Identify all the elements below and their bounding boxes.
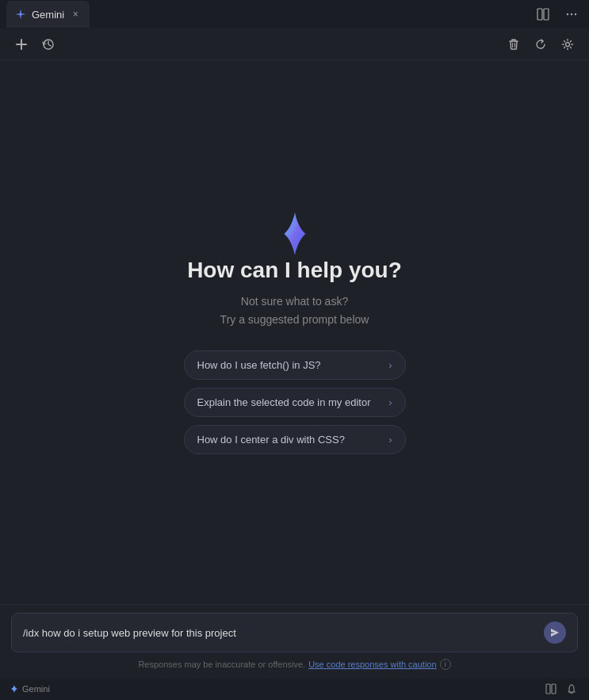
input-area: Responses may be inaccurate or offensive… bbox=[0, 604, 589, 678]
suggestion-chip-fetch[interactable]: How do I use fetch() in JS? › bbox=[184, 350, 406, 380]
suggestion-chip-css[interactable]: How do I center a div with CSS? › bbox=[184, 425, 406, 454]
status-notification-icon[interactable] bbox=[564, 681, 579, 697]
svg-rect-0 bbox=[537, 9, 542, 20]
disclaimer-text: Responses may be inaccurate or offensive… bbox=[138, 660, 305, 669]
svg-rect-1 bbox=[544, 9, 549, 20]
toolbar bbox=[0, 29, 589, 60]
chat-input[interactable] bbox=[23, 627, 537, 639]
toolbar-left bbox=[10, 33, 60, 56]
chevron-right-icon-explain: › bbox=[388, 396, 392, 408]
status-bar-left: Gemini bbox=[10, 684, 50, 694]
split-view-icon[interactable] bbox=[532, 3, 554, 25]
send-button[interactable] bbox=[544, 622, 566, 644]
hero-subtitle-line1: Not sure what to ask? bbox=[220, 293, 369, 310]
suggestions-list: How do I use fetch() in JS? › Explain th… bbox=[184, 350, 406, 454]
hero-subtitle-line2: Try a suggested prompt below bbox=[220, 311, 369, 328]
status-bar: Gemini bbox=[0, 678, 589, 700]
hero-title: How can I help you? bbox=[187, 258, 402, 283]
status-bar-right bbox=[543, 681, 579, 697]
chevron-right-icon-fetch: › bbox=[388, 359, 392, 371]
svg-point-4 bbox=[575, 13, 576, 15]
disclaimer: Responses may be inaccurate or offensive… bbox=[11, 659, 578, 670]
tab-label: Gemini bbox=[32, 9, 64, 21]
tab-gemini-icon bbox=[14, 8, 27, 21]
status-gemini-label[interactable]: Gemini bbox=[10, 684, 50, 694]
input-row bbox=[11, 613, 578, 652]
svg-point-2 bbox=[567, 13, 568, 15]
suggestion-chip-explain[interactable]: Explain the selected code in my editor › bbox=[184, 388, 406, 417]
settings-button[interactable] bbox=[556, 33, 579, 56]
svg-rect-12 bbox=[552, 684, 556, 694]
status-panel-icon[interactable] bbox=[543, 681, 559, 697]
gemini-tab[interactable]: Gemini × bbox=[6, 1, 90, 28]
disclaimer-info-icon[interactable]: i bbox=[440, 659, 451, 670]
main-content: How can I help you? Not sure what to ask… bbox=[0, 60, 589, 604]
history-button[interactable] bbox=[36, 33, 60, 56]
toolbar-right bbox=[502, 33, 579, 56]
svg-point-10 bbox=[566, 42, 570, 46]
refresh-button[interactable] bbox=[529, 33, 553, 56]
svg-rect-11 bbox=[546, 684, 550, 694]
new-chat-button[interactable] bbox=[10, 33, 33, 56]
status-gemini-text: Gemini bbox=[22, 684, 50, 694]
suggestion-text-fetch: How do I use fetch() in JS? bbox=[197, 359, 383, 371]
status-gemini-icon bbox=[10, 684, 19, 694]
more-options-icon[interactable] bbox=[560, 3, 583, 25]
delete-button[interactable] bbox=[502, 33, 526, 56]
suggestion-text-explain: Explain the selected code in my editor bbox=[197, 396, 383, 408]
hero-subtitle: Not sure what to ask? Try a suggested pr… bbox=[220, 293, 369, 328]
title-bar-right bbox=[532, 3, 583, 25]
title-bar-left: Gemini × bbox=[6, 1, 90, 28]
svg-point-3 bbox=[571, 13, 572, 15]
chevron-right-icon-css: › bbox=[388, 434, 392, 446]
disclaimer-link[interactable]: Use code responses with caution bbox=[308, 660, 436, 669]
suggestion-text-css: How do I center a div with CSS? bbox=[197, 434, 383, 446]
tab-close-button[interactable]: × bbox=[69, 8, 82, 21]
gemini-star-logo bbox=[271, 210, 319, 258]
title-bar: Gemini × bbox=[0, 0, 589, 29]
